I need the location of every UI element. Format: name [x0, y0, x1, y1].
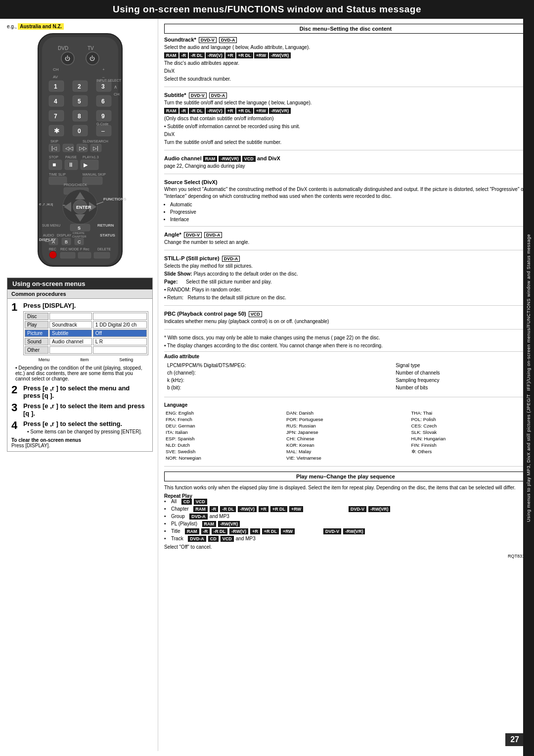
- audio-attribute-table: LPCM/PPCM/% Digital/DTS/MPEG: Signal typ…: [164, 361, 527, 392]
- menu-cell-empty1: [49, 313, 92, 320]
- tag-cd-all: CD: [181, 499, 192, 505]
- menu-label-menu: Menu: [39, 357, 50, 362]
- attr-row-2: k (kHz): Sampling frequency: [165, 377, 526, 383]
- repeat-chapter: • Chapter RAM -R -R DL -RW(V) +R +R DL +…: [164, 506, 527, 512]
- repeat-group: • Group DVD-A and MP3: [164, 514, 527, 520]
- lang-0-2: THA: Thai: [410, 410, 527, 416]
- svg-text:DVD: DVD: [58, 46, 68, 51]
- badge-dvda-3: DVD-A: [204, 232, 222, 238]
- soundtrack-text3: DivX: [164, 68, 527, 75]
- svg-text:INPUT SELECT: INPUT SELECT: [96, 79, 122, 82]
- tag-r-1: -R: [179, 52, 188, 58]
- svg-text:DELETE: DELETE: [97, 247, 111, 251]
- tag-ram-ch: RAM: [193, 506, 208, 512]
- svg-text:8: 8: [78, 113, 81, 120]
- language-table: ENG: English DAN: Danish THA: Thai FRA: …: [164, 410, 527, 461]
- tag-rdl-2: -R DL: [189, 108, 205, 114]
- lang-3-1: JPN: Japanese: [285, 429, 409, 435]
- menu-cell-play: Play: [25, 321, 48, 329]
- subtitle-text1: Turn the subtitle on/off and select the …: [164, 99, 527, 106]
- svg-text:✱: ✱: [54, 127, 60, 135]
- tag-rwv-1: -RW(V): [206, 52, 224, 58]
- tag-rwvr-t: -RW(VR): [343, 528, 365, 534]
- step-2-content: Press [e ,r ] to select the menu and pre…: [23, 384, 148, 399]
- svg-text:MANUAL SKIP: MANUAL SKIP: [83, 173, 106, 176]
- repeat-title: • Title RAM -R -R DL -RW(V) +R +R DL +RW…: [164, 528, 527, 534]
- tag-dvda-grp: DVD-A: [189, 514, 208, 520]
- menu-cell-audioch: Audio channel: [49, 338, 92, 345]
- step-1-num: 1: [11, 302, 20, 313]
- play-menu-text: This function works only when the elapse…: [164, 484, 527, 491]
- source-select-list: Automatic Progressive Interlace: [164, 201, 527, 223]
- svg-text:CHAPTER: CHAPTER: [72, 235, 87, 238]
- menu-row-sound: Sound Audio channel L R: [25, 338, 147, 345]
- attr-right-0: Signal type: [394, 362, 526, 369]
- svg-text:AV: AV: [53, 75, 58, 79]
- svg-text:REC: REC: [49, 247, 56, 251]
- using-section-title: Using on-screen menus: [7, 278, 152, 289]
- source-select-title: Source Select (DivX): [164, 179, 527, 185]
- source-select-section: Source Select (DivX) When you select "Au…: [164, 179, 527, 227]
- and-mp3-trk: and MP3: [236, 536, 256, 541]
- right-column: Disc menu–Setting the disc content Sound…: [158, 19, 534, 751]
- audio-channel-text: page 22, Changing audio during play: [164, 163, 527, 170]
- tag-prdl-1: +R DL: [236, 52, 253, 58]
- svg-text:CH: CH: [53, 67, 59, 72]
- svg-text:STATUS: STATUS: [100, 233, 115, 237]
- audio-channel-extra: and DivX: [257, 155, 280, 161]
- repeat-pl: • PL (Playlist) RAM -RW(VR): [164, 521, 527, 527]
- tag-prw-2: +RW: [254, 108, 268, 114]
- remote-illustration: DVD TV ⏻ ⏻ CH + AV – 1 2 3: [23, 31, 137, 274]
- tag-cd-trk: CD: [208, 536, 219, 542]
- svg-text:C: C: [78, 239, 81, 244]
- soundtrack-text1: Select the audio and language ( below, A…: [164, 44, 527, 51]
- page-header: Using on-screen menus/FUNCTIONS window a…: [0, 0, 534, 19]
- tag-dvdv-t: DVD-V: [323, 528, 341, 534]
- menu-labels: Menu Item Setting: [23, 357, 148, 362]
- tag-rdl-ch: -R DL: [220, 506, 236, 512]
- tag-vcd-3: VCD: [242, 156, 256, 162]
- lang-row-3: ITA: Italian JPN: Japanese SLK: Slovak: [164, 429, 527, 435]
- menu-row-other: Other: [25, 346, 147, 354]
- tag-rwvr-3: -RW(VR): [219, 156, 240, 162]
- lang-2-0: DEU: German: [164, 423, 285, 429]
- soundtrack-title: Soundtrack* DVD-V DVD-A: [164, 37, 527, 43]
- source-select-text: When you select "Automatic" the construc…: [164, 186, 527, 200]
- svg-text:F Rec: F Rec: [80, 247, 89, 251]
- still-p-section: STILL-P (Still picture) DVD-A Selects th…: [164, 255, 527, 306]
- lang-row-6: SVE: Swedish MAL: Malay ✲: Others: [164, 448, 527, 455]
- lang-row-5: NLD: Dutch KOR: Korean FIN: Finnish: [164, 442, 527, 448]
- svg-text:1: 1: [54, 83, 57, 90]
- svg-text:3: 3: [101, 83, 105, 90]
- pbc-title: PBC (Playback control page 50) VCD: [164, 311, 527, 317]
- step-4-note: • Some items can be changed by pressing …: [23, 429, 148, 434]
- to-clear-text: Press [DISPLAY].: [11, 443, 50, 448]
- menu-cell-empty3: [49, 346, 92, 354]
- badge-dvda-4: DVD-A: [222, 256, 240, 262]
- tag-rwvr-pl: -RW(VR): [218, 521, 240, 527]
- svg-text:TIME SLIP: TIME SLIP: [49, 173, 66, 176]
- lang-row-7: NOR: Norwegian VIE: Vietnamese: [164, 455, 527, 461]
- svg-text:+: +: [102, 67, 105, 72]
- badge-dvda-1: DVD-A: [219, 37, 237, 43]
- source-interlace: Interlace: [170, 216, 527, 223]
- page-number: 27: [505, 733, 524, 746]
- svg-text:4: 4: [54, 98, 57, 105]
- tag-dvda-trk: DVD-A: [188, 536, 206, 542]
- svg-text:▷▷: ▷▷: [79, 145, 87, 151]
- step-1-note: • Depending on the condition of the unit…: [11, 365, 148, 381]
- angle-section: Angle* DVD-V DVD-A Change the number to …: [164, 232, 527, 250]
- step-3-content: Press [e ,r ] to select the item and pre…: [23, 402, 148, 417]
- badge-dvda-2: DVD-A: [209, 93, 227, 98]
- attr-right-1: Number of channels: [394, 370, 526, 376]
- audio-attribute-title: Audio attribute: [164, 354, 527, 359]
- tag-vcd-all: VCD: [194, 499, 207, 505]
- subtitle-section: Subtitle* DVD-V DVD-A Turn the subtitle …: [164, 92, 527, 150]
- attr-left-1: ch (channel):: [165, 370, 393, 376]
- subtitle-tags: RAM -R -R DL -RW(V) +R +R DL +RW -RW(VR): [164, 108, 527, 114]
- tag-r-t: -R: [201, 528, 210, 534]
- pbc-text: Indicates whether menu play (playback co…: [164, 318, 527, 325]
- svg-rect-97: [78, 252, 91, 258]
- svg-text:5: 5: [78, 98, 81, 105]
- repeat-play-title: Repeat Play: [164, 493, 527, 499]
